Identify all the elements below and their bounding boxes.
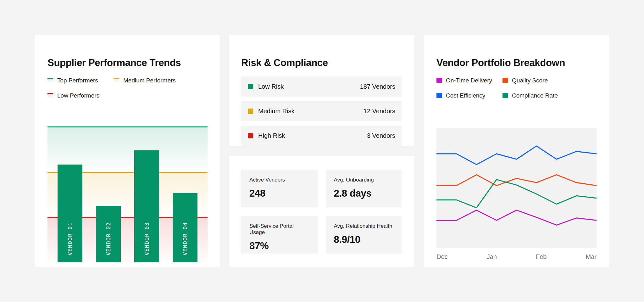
vendor-bar: VENDOR 03	[134, 150, 159, 262]
legend-label: Low Performers	[57, 92, 99, 99]
vendor-bar: VENDOR 01	[58, 165, 82, 262]
vendor-bar: VENDOR 04	[173, 193, 197, 262]
stat-tile-active-vendors: Active Vendors 248	[241, 170, 318, 207]
bar-chart-bars: VENDOR 01VENDOR 02VENDOR 03VENDOR 04	[47, 126, 208, 262]
series-line-cost-efficiency	[436, 146, 597, 165]
vendor-bar: VENDOR 02	[96, 206, 121, 262]
quality-score-swatch-icon	[502, 78, 508, 83]
vendor-portfolio-card: Vendor Portfolio Breakdown On-Time Deliv…	[424, 35, 609, 267]
legend-label: On-Time Delivery	[446, 77, 492, 84]
supplier-bar-chart: VENDOR 01VENDOR 02VENDOR 03VENDOR 04	[47, 126, 208, 262]
stat-label: Active Vendors	[249, 177, 309, 183]
series-line-on-time-delivery	[436, 210, 597, 225]
risk-rows: Low Risk 187 Vendors Medium Risk 12 Vend…	[241, 76, 402, 146]
compliance-rate-swatch-icon	[502, 93, 508, 98]
stat-value: 248	[249, 188, 309, 199]
legend-item-on-time-delivery: On-Time Delivery	[436, 77, 502, 84]
vendor-stats-card: Active Vendors 248 Avg. Onboarding 2.8 d…	[229, 156, 414, 267]
medium-risk-swatch-icon	[248, 109, 253, 114]
stat-label: Avg. Relationship Health	[334, 223, 394, 229]
high-risk-swatch-icon	[248, 133, 253, 138]
cost-efficiency-swatch-icon	[436, 93, 442, 98]
risk-row-low: Low Risk 187 Vendors	[241, 76, 402, 97]
portfolio-legend: On-Time Delivery Quality Score Cost Effi…	[436, 77, 597, 99]
series-line-quality-score	[436, 175, 597, 185]
portfolio-card-title: Vendor Portfolio Breakdown	[436, 57, 597, 69]
stat-value: 87%	[249, 240, 309, 252]
legend-label: Cost Efficiency	[446, 92, 485, 99]
medium-performers-swatch-icon	[114, 78, 119, 83]
vendor-bar-label: VENDOR 01	[67, 222, 73, 255]
line-chart-svg	[436, 128, 597, 248]
risk-value: 187 Vendors	[360, 83, 395, 90]
vendor-bar-label: VENDOR 02	[105, 222, 112, 255]
on-time-delivery-swatch-icon	[436, 78, 442, 83]
x-tick-feb: Feb	[536, 253, 547, 260]
x-tick-mar: Mar	[586, 253, 597, 260]
line-chart-x-axis: Dec Jan Feb Mar	[436, 253, 597, 260]
legend-label: Top Performers	[57, 77, 98, 84]
stats-grid: Active Vendors 248 Avg. Onboarding 2.8 d…	[241, 170, 402, 254]
risk-row-medium: Medium Risk 12 Vendors	[241, 101, 402, 121]
legend-label: Compliance Rate	[512, 92, 558, 99]
legend-item-medium-performers: Medium Performers	[114, 77, 193, 84]
legend-item-low-performers: Low Performers	[47, 92, 114, 99]
risk-compliance-card: Risk & Compliance Low Risk 187 Vendors M…	[229, 35, 414, 146]
legend-item-quality-score: Quality Score	[502, 77, 582, 84]
risk-value: 12 Vendors	[364, 108, 395, 115]
stat-label: Self-Service Portal Usage	[249, 223, 309, 236]
stat-label: Avg. Onboarding	[334, 177, 394, 183]
stat-tile-relationship-health: Avg. Relationship Health 8.9/10	[326, 216, 402, 254]
top-performers-swatch-icon	[47, 78, 53, 83]
portfolio-line-chart	[436, 128, 597, 248]
low-risk-swatch-icon	[248, 84, 253, 89]
risk-value: 3 Vendors	[367, 132, 395, 139]
risk-label: Low Risk	[258, 83, 284, 90]
vendor-bar-label: VENDOR 04	[182, 222, 188, 255]
x-tick-dec: Dec	[436, 253, 448, 260]
risk-row-high: High Risk 3 Vendors	[241, 126, 402, 146]
supplier-card-title: Supplier Performance Trends	[47, 57, 208, 69]
stat-tile-portal-usage: Self-Service Portal Usage 87%	[241, 216, 318, 254]
risk-card-title: Risk & Compliance	[241, 57, 402, 69]
risk-label: Medium Risk	[258, 108, 295, 115]
vendor-bar-label: VENDOR 03	[144, 222, 150, 255]
stat-value: 2.8 days	[334, 188, 394, 199]
legend-label: Quality Score	[512, 77, 548, 84]
legend-item-top-performers: Top Performers	[47, 77, 114, 84]
legend-item-compliance-rate: Compliance Rate	[502, 92, 582, 99]
stat-tile-avg-onboarding: Avg. Onboarding 2.8 days	[326, 170, 402, 207]
low-performers-swatch-icon	[47, 93, 53, 98]
supplier-performance-card: Supplier Performance Trends Top Performe…	[35, 35, 220, 267]
legend-label: Medium Performers	[123, 77, 176, 84]
supplier-legend: Top Performers Medium Performers Low Per…	[47, 77, 208, 99]
legend-item-cost-efficiency: Cost Efficiency	[436, 92, 502, 99]
risk-label: High Risk	[258, 132, 285, 139]
x-tick-jan: Jan	[487, 253, 497, 260]
stat-value: 8.9/10	[334, 234, 394, 245]
